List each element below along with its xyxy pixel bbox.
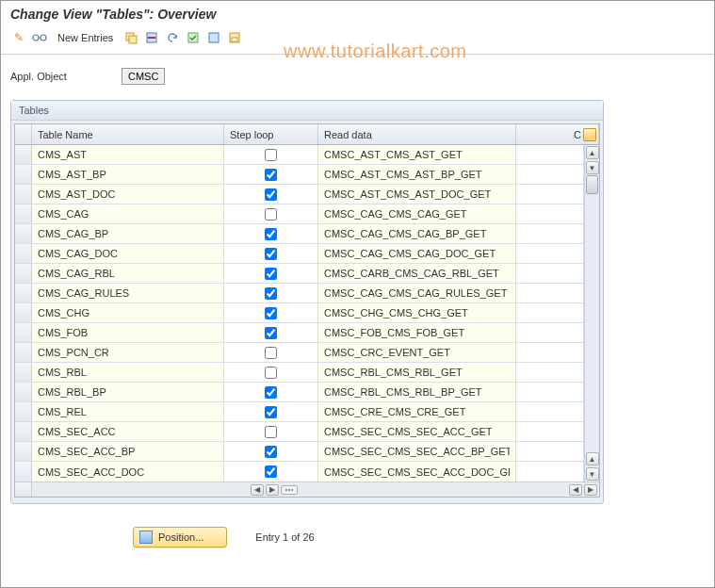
scroll-down-step-icon[interactable]: ▼: [586, 161, 599, 174]
table-name-input[interactable]: [32, 244, 223, 263]
read-data-input[interactable]: [318, 402, 515, 421]
table-row: [15, 224, 584, 244]
row-selector[interactable]: [15, 244, 32, 263]
cell-step-loop: [224, 363, 318, 382]
step-loop-checkbox[interactable]: [265, 208, 277, 220]
undo-icon[interactable]: [164, 29, 181, 46]
row-selector[interactable]: [15, 462, 32, 482]
col-read-data[interactable]: Read data: [318, 124, 516, 144]
table-name-input[interactable]: [32, 402, 223, 421]
table-name-input[interactable]: [32, 383, 223, 401]
row-selector[interactable]: [15, 383, 32, 401]
read-data-input[interactable]: [318, 284, 515, 302]
delete-icon[interactable]: [143, 29, 160, 46]
read-data-input[interactable]: [318, 204, 515, 223]
step-loop-checkbox[interactable]: [265, 188, 277, 201]
table-name-input[interactable]: [32, 442, 223, 461]
vertical-scrollbar[interactable]: ▲ ▼ ▲ ▼: [584, 145, 599, 482]
table-name-input[interactable]: [32, 323, 223, 342]
read-data-input[interactable]: [318, 244, 515, 263]
row-selector[interactable]: [15, 224, 32, 243]
toggle-change-icon[interactable]: ✎: [10, 29, 27, 46]
col-select-all[interactable]: [15, 124, 32, 144]
cell-step-loop: [224, 165, 318, 184]
table-name-input[interactable]: [32, 224, 223, 243]
read-data-input[interactable]: [318, 363, 515, 382]
column-config-icon[interactable]: [281, 485, 298, 495]
hscroll-left2-icon[interactable]: ◀: [569, 484, 582, 496]
print-icon[interactable]: [226, 29, 243, 46]
table-name-input[interactable]: [32, 284, 223, 302]
table-name-input[interactable]: [32, 303, 223, 322]
copy-as-icon[interactable]: [122, 29, 139, 46]
table-name-input[interactable]: [32, 185, 223, 204]
row-selector[interactable]: [15, 145, 32, 164]
step-loop-checkbox[interactable]: [265, 327, 277, 339]
row-selector[interactable]: [15, 284, 32, 302]
hscroll-right-icon[interactable]: ▶: [266, 484, 279, 496]
step-loop-checkbox[interactable]: [265, 228, 277, 240]
table-settings-icon[interactable]: [583, 128, 596, 141]
step-loop-checkbox[interactable]: [265, 307, 277, 319]
row-selector[interactable]: [15, 204, 32, 223]
table-name-input[interactable]: [32, 145, 223, 164]
row-selector[interactable]: [15, 402, 32, 421]
col-config[interactable]: C: [516, 124, 599, 144]
scroll-track[interactable]: [585, 175, 599, 451]
row-selector[interactable]: [15, 165, 32, 184]
col-step-loop[interactable]: Step loop: [224, 124, 318, 144]
table-name-input[interactable]: [32, 204, 223, 223]
scroll-up-step-icon[interactable]: ▲: [586, 452, 599, 466]
read-data-input[interactable]: [318, 462, 515, 482]
scroll-thumb[interactable]: [586, 175, 598, 194]
row-selector[interactable]: [15, 185, 32, 204]
cell-read-data: [318, 442, 516, 461]
step-loop-checkbox[interactable]: [265, 466, 277, 478]
step-loop-checkbox[interactable]: [265, 169, 277, 181]
row-selector[interactable]: [15, 264, 32, 283]
read-data-input[interactable]: [318, 343, 515, 362]
step-loop-checkbox[interactable]: [265, 248, 277, 260]
row-selector[interactable]: [15, 363, 32, 382]
step-loop-checkbox[interactable]: [265, 268, 277, 280]
table-name-input[interactable]: [32, 343, 223, 362]
row-selector[interactable]: [15, 323, 32, 342]
table-name-input[interactable]: [32, 462, 223, 482]
step-loop-checkbox[interactable]: [265, 386, 277, 399]
read-data-input[interactable]: [318, 383, 515, 401]
table-name-input[interactable]: [32, 264, 223, 283]
read-data-input[interactable]: [318, 185, 515, 204]
read-data-input[interactable]: [318, 224, 515, 243]
step-loop-checkbox[interactable]: [265, 287, 277, 300]
read-data-input[interactable]: [318, 442, 515, 461]
row-selector[interactable]: [15, 303, 32, 322]
step-loop-checkbox[interactable]: [265, 406, 277, 418]
step-loop-checkbox[interactable]: [265, 446, 277, 458]
hscroll-left-icon[interactable]: ◀: [251, 484, 264, 496]
table-name-input[interactable]: [32, 165, 223, 184]
read-data-input[interactable]: [318, 264, 515, 283]
read-data-input[interactable]: [318, 422, 515, 441]
step-loop-checkbox[interactable]: [265, 149, 277, 161]
col-table-name[interactable]: Table Name: [32, 124, 224, 144]
read-data-input[interactable]: [318, 303, 515, 322]
step-loop-checkbox[interactable]: [265, 367, 277, 379]
hscroll-right2-icon[interactable]: ▶: [584, 484, 597, 496]
read-data-input[interactable]: [318, 145, 515, 164]
deselect-all-icon[interactable]: [205, 29, 222, 46]
scroll-up-icon[interactable]: ▲: [586, 146, 599, 159]
table-name-input[interactable]: [32, 363, 223, 382]
select-all-icon[interactable]: [185, 29, 202, 46]
position-button[interactable]: Position...: [133, 527, 227, 547]
step-loop-checkbox[interactable]: [265, 426, 277, 438]
display-icon[interactable]: [31, 29, 48, 46]
read-data-input[interactable]: [318, 323, 515, 342]
read-data-input[interactable]: [318, 165, 515, 184]
row-selector[interactable]: [15, 343, 32, 362]
row-selector[interactable]: [15, 422, 32, 441]
scroll-down-icon[interactable]: ▼: [586, 467, 599, 481]
new-entries-button[interactable]: New Entries: [52, 30, 119, 45]
table-name-input[interactable]: [32, 422, 223, 441]
step-loop-checkbox[interactable]: [265, 347, 277, 359]
row-selector[interactable]: [15, 442, 32, 461]
